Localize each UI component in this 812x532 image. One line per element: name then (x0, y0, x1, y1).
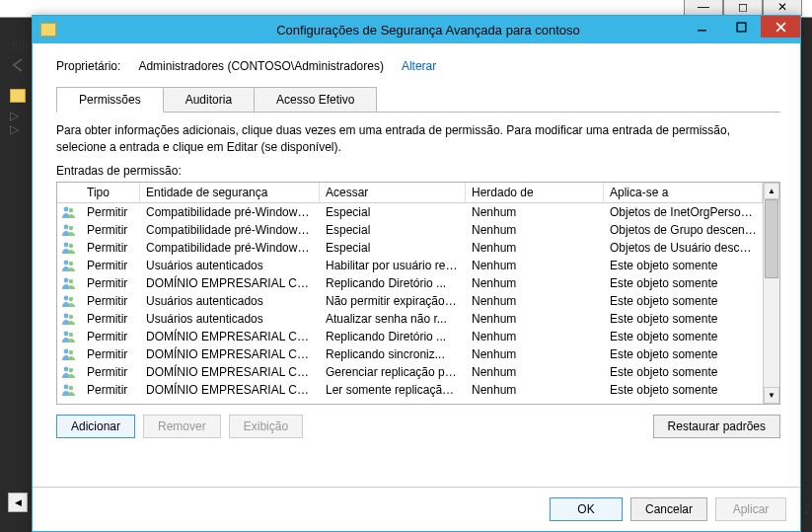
tab-strip: Permissões Auditoria Acesso Efetivo (56, 87, 780, 113)
scroll-up-icon[interactable]: ▲ (764, 183, 779, 199)
entries-label: Entradas de permissão: (56, 164, 780, 178)
svg-point-17 (69, 314, 73, 318)
table-row[interactable]: PermitirCompatibilidade pré-Windows 2000… (57, 203, 763, 221)
users-icon (57, 330, 81, 343)
cell-principal: DOMÍNIO EMPRESARIAL CONT... (140, 346, 320, 362)
table-row[interactable]: PermitirCompatibilidade pré-Windows 2000… (57, 221, 763, 239)
bg-minimize-button[interactable]: — (684, 0, 723, 16)
col-applies[interactable]: Aplica-se a (604, 183, 763, 202)
view-button[interactable]: Exibição (229, 415, 303, 438)
tab-effective-access[interactable]: Acesso Efetivo (254, 87, 377, 112)
dialog-titlebar[interactable]: Configurações de Segurança Avançada para… (33, 16, 800, 43)
cancel-button[interactable]: Cancelar (630, 497, 707, 521)
cell-type: Permitir (81, 311, 140, 327)
svg-point-12 (64, 277, 69, 282)
users-icon (57, 241, 81, 255)
col-inherited[interactable]: Herdado de (466, 183, 604, 202)
svg-point-22 (64, 366, 69, 371)
cell-principal: Usuários autenticados (140, 258, 320, 273)
cell-type: Permitir (81, 275, 140, 291)
folder-icon (10, 89, 26, 103)
cell-applies: Objetos de Grupo descendente (604, 222, 763, 238)
cell-inherited: Nenhum (466, 382, 604, 398)
col-access[interactable]: Acessar (320, 183, 466, 202)
users-icon (57, 383, 81, 397)
background-status-number: 2 (803, 502, 810, 516)
add-button[interactable]: Adicionar (56, 415, 135, 438)
scroll-down-icon[interactable]: ▼ (764, 387, 779, 404)
svg-point-6 (64, 224, 69, 229)
svg-point-16 (64, 313, 69, 318)
cell-principal: Usuários autenticados (140, 311, 320, 327)
owner-label: Proprietário: (56, 59, 120, 73)
table-row[interactable]: PermitirUsuários autenticadosNão permiti… (57, 292, 763, 310)
cell-applies: Este objeto somente (604, 346, 763, 362)
close-button[interactable] (761, 16, 800, 38)
restore-defaults-button[interactable]: Restaurar padrões (653, 415, 780, 438)
grid-header: Tipo Entidade de segurança Acessar Herda… (57, 183, 763, 203)
table-row[interactable]: PermitirCompatibilidade pré-Windows 2000… (57, 239, 763, 257)
table-row[interactable]: PermitirUsuários autenticadosAtualizar s… (57, 310, 763, 328)
permissions-grid: Tipo Entidade de segurança Acessar Herda… (56, 182, 780, 405)
cell-type: Permitir (81, 382, 140, 398)
svg-point-23 (69, 367, 73, 371)
bg-close-button[interactable]: ✕ (763, 0, 802, 16)
cell-applies: Objetos de InetOrgPerson descendente (604, 204, 763, 220)
table-row[interactable]: PermitirDOMÍNIO EMPRESARIAL CONT...Ler s… (57, 381, 763, 399)
background-nav-back-icon[interactable] (10, 57, 28, 76)
tab-auditing[interactable]: Auditoria (163, 87, 255, 112)
vertical-scrollbar[interactable]: ▲ ▼ (763, 183, 779, 404)
table-row[interactable]: PermitirDOMÍNIO EMPRESARIAL CONT...Repli… (57, 274, 763, 292)
svg-point-15 (69, 296, 73, 300)
col-principal[interactable]: Entidade de segurança (140, 183, 320, 202)
cell-applies: Este objeto somente (604, 258, 763, 273)
svg-point-19 (69, 332, 73, 336)
users-icon (57, 259, 81, 272)
cell-type: Permitir (81, 293, 140, 309)
background-scroll-left[interactable]: ◀ (8, 493, 28, 512)
svg-point-24 (64, 384, 69, 389)
cell-principal: Compatibilidade pré-Windows 2000... (140, 240, 320, 256)
tree-expand-icon[interactable]: ▷ (10, 109, 26, 122)
cell-inherited: Nenhum (466, 346, 604, 362)
remove-button[interactable]: Remover (143, 415, 221, 438)
owner-change-link[interactable]: Alterar (402, 59, 436, 73)
svg-point-13 (69, 278, 73, 282)
background-menu-file[interactable]: File (12, 39, 31, 53)
users-icon (57, 365, 81, 379)
svg-point-14 (64, 295, 69, 300)
cell-inherited: Nenhum (466, 329, 604, 344)
cell-access: Replicando sincroniz... (320, 346, 466, 362)
table-row[interactable]: PermitirDOMÍNIO EMPRESARIAL CONT...Repli… (57, 328, 763, 345)
scroll-thumb[interactable] (765, 199, 778, 278)
table-row[interactable]: PermitirDOMÍNIO EMPRESARIAL CONT...Repli… (57, 345, 763, 363)
users-icon (57, 223, 81, 237)
table-row[interactable]: PermitirDOMÍNIO EMPRESARIAL CONT...Geren… (57, 363, 763, 381)
cell-principal: DOMÍNIO EMPRESARIAL CONT... (140, 329, 320, 344)
col-icon[interactable] (57, 183, 81, 202)
cell-type: Permitir (81, 204, 140, 220)
users-icon (57, 205, 81, 219)
table-row[interactable]: PermitirUsuários autenticadosHabilitar p… (57, 257, 763, 274)
tree-expand-icon[interactable]: ▷ (10, 122, 26, 136)
svg-point-7 (69, 225, 73, 229)
cell-principal: DOMÍNIO EMPRESARIAL CONT... (140, 364, 320, 380)
apply-button[interactable]: Aplicar (715, 497, 786, 521)
help-text: Para obter informações adicionais, cliqu… (56, 122, 780, 156)
minimize-button[interactable] (682, 16, 721, 38)
cell-inherited: Nenhum (466, 204, 604, 220)
col-type[interactable]: Tipo (81, 183, 140, 202)
cell-principal: Usuários autenticados (140, 293, 320, 309)
cell-access: Especial (320, 240, 466, 256)
cell-principal: Compatibilidade pré-Windows 2000... (140, 204, 320, 220)
svg-rect-1 (737, 23, 746, 32)
cell-access: Especial (320, 204, 466, 220)
tab-permissions[interactable]: Permissões (56, 87, 164, 113)
ok-button[interactable]: OK (550, 497, 623, 521)
cell-applies: Este objeto somente (604, 382, 763, 398)
maximize-button[interactable] (721, 16, 761, 38)
bg-maximize-button[interactable]: ◻ (723, 0, 763, 16)
cell-access: Não permitir expiração de senha (320, 293, 466, 309)
cell-inherited: Nenhum (466, 240, 604, 256)
cell-access: Especial (320, 222, 466, 238)
